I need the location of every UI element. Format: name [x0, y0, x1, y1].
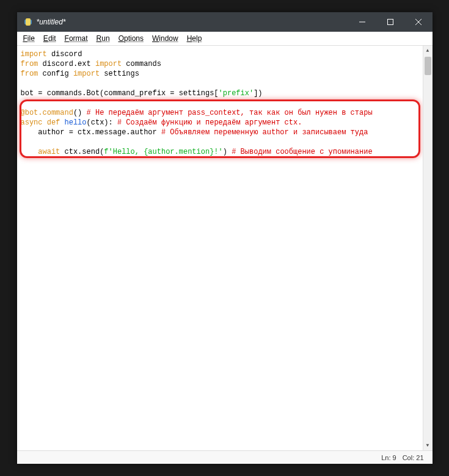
menu-edit[interactable]: Edit [43, 34, 56, 43]
editor-window: *untitled* File Edit Format Run Options … [17, 12, 433, 464]
scrollbar-thumb[interactable] [425, 57, 431, 75]
code-line [21, 79, 429, 88]
keyword: import [21, 50, 47, 59]
keyword: async def [21, 118, 65, 127]
code-text: settings [100, 70, 139, 78]
function-name: hello [65, 118, 87, 127]
code-line: from discord.ext import commands [21, 59, 429, 69]
code-text: discord.ext [38, 60, 95, 68]
keyword: from [21, 60, 38, 68]
code-text: author = ctx.message.author [21, 128, 161, 137]
string: f'Hello, {author.mention}!' [104, 148, 222, 156]
minimize-button[interactable] [348, 12, 376, 32]
keyword: from [21, 70, 38, 78]
python-icon [23, 17, 33, 27]
scroll-down-arrow[interactable]: ▼ [423, 441, 433, 450]
close-button[interactable] [404, 12, 433, 32]
scroll-up-arrow[interactable]: ▲ [423, 46, 433, 56]
keyword: import [73, 70, 100, 78]
menubar: File Edit Format Run Options Window Help [17, 32, 433, 46]
code-text: ctx.send( [65, 148, 104, 156]
decorator: @bot.command [21, 109, 73, 117]
comment: # Создаём функцию и передаём аргумент ct… [117, 118, 302, 127]
code-text: ]) [254, 89, 262, 98]
statusbar: Ln: 9 Col: 21 [17, 450, 433, 464]
code-line: author = ctx.message.author # Объявляем … [21, 128, 429, 137]
status-line: Ln: 9 [381, 454, 396, 461]
status-col: Col: 21 [403, 454, 424, 461]
code-line: from config import settings [21, 69, 429, 79]
code-text: () [73, 109, 87, 117]
svg-rect-3 [387, 20, 393, 25]
code-line: async def hello(ctx): # Создаём функцию … [21, 118, 429, 128]
code-text: config [38, 70, 73, 78]
code-line: import discord [21, 49, 429, 59]
code-line [21, 98, 429, 108]
window-title: *untitled* [37, 18, 66, 26]
menu-run[interactable]: Run [97, 34, 110, 43]
code-line: bot = commands.Bot(command_prefix = sett… [21, 88, 429, 98]
code-text: ) [223, 148, 232, 156]
code-text: discord [47, 50, 82, 59]
code-editor[interactable]: import discord from discord.ext import c… [17, 46, 433, 450]
window-controls [348, 12, 433, 32]
comment: # Выводим сообщение с упоминание [232, 148, 372, 156]
menu-options[interactable]: Options [119, 34, 144, 43]
keyword: await [21, 148, 65, 156]
menu-help[interactable]: Help [187, 34, 202, 43]
comment: # Объявляем переменную author и записыва… [161, 128, 368, 137]
vertical-scrollbar[interactable]: ▲ ▼ [423, 46, 433, 450]
string: 'prefix' [219, 89, 254, 98]
titlebar[interactable]: *untitled* [17, 12, 433, 32]
menu-file[interactable]: File [23, 34, 35, 43]
code-text: commands [122, 60, 161, 68]
menu-window[interactable]: Window [152, 34, 178, 43]
code-text: (ctx): [87, 118, 117, 127]
code-line [21, 137, 429, 147]
maximize-button[interactable] [376, 12, 404, 32]
menu-format[interactable]: Format [65, 34, 88, 43]
svg-rect-1 [26, 18, 31, 26]
comment: # Не передаём аргумент pass_context, так… [87, 109, 373, 117]
code-line: @bot.command() # Не передаём аргумент pa… [21, 108, 429, 118]
code-text: bot = commands.Bot(command_prefix = sett… [21, 89, 219, 98]
code-line: await ctx.send(f'Hello, {author.mention}… [21, 147, 429, 157]
keyword: import [95, 60, 122, 68]
